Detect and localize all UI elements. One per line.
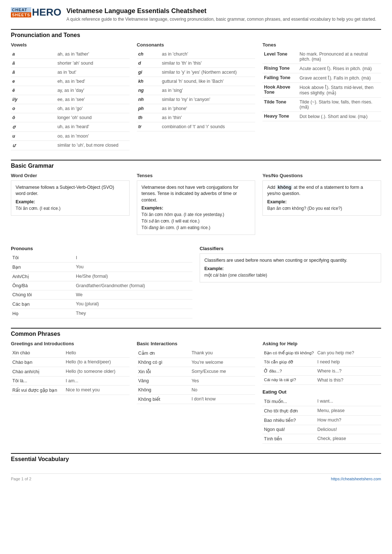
- tone-desc: Acute accent (́). Rises in pitch. (má): [298, 64, 381, 73]
- table-row: Chúng tôiWe: [11, 290, 192, 300]
- interaction-eng: I don't know: [190, 395, 256, 404]
- table-row: ngas in 'sing': [137, 86, 256, 95]
- tone-name: Falling Tone: [262, 73, 298, 82]
- tenses-col: Tenses Vietnamese does not have verb con…: [137, 173, 256, 238]
- classifier-italic2: classifier: [238, 273, 255, 278]
- table-row: ơuh, as in 'heard': [11, 122, 130, 131]
- grammar-bottom-row: Pronouns TôiIBạnYouAnh/ChịHe/She (formal…: [11, 241, 381, 322]
- page-title: Vietnamese Language Essentials Cheatshee…: [66, 7, 376, 15]
- table-row: khguttural 'h' sound, like in 'Bach': [137, 77, 256, 86]
- pronoun-eng: We: [74, 290, 192, 300]
- table-row: ưsimilar to 'uh', but more closed: [11, 140, 130, 150]
- tone-desc: Hook above (̉). Starts mid-level, then r…: [298, 82, 381, 97]
- asking-help-title: Asking for Help: [262, 341, 381, 346]
- vowel-desc: oh, as in 'go': [56, 104, 130, 113]
- pronoun-viet: Tôi: [11, 253, 74, 262]
- table-row: nhsimilar to 'ny' in 'canyon': [137, 95, 256, 104]
- vowel-desc: eh, as in 'bed': [56, 77, 130, 86]
- interaction-viet: Vâng: [137, 376, 190, 386]
- table-row: Chào bạnHello (to a friend/peer): [11, 358, 130, 367]
- tone-name: Level Tone: [262, 50, 298, 64]
- pronoun-viet: Anh/Chị: [11, 272, 74, 281]
- consonants-col: Consonants chas in 'church'dsimilar to '…: [137, 42, 256, 154]
- interaction-eng: Yes: [190, 376, 256, 386]
- eating-eng: Check, please: [316, 434, 381, 444]
- page-footer: Page 1 of 2 https://cheatsheetshero.com: [11, 473, 381, 481]
- table-row: âas in 'but': [11, 68, 130, 77]
- table-row: Bao nhiêu tiền?How much?: [262, 416, 381, 425]
- eating-viet: Bao nhiêu tiền?: [262, 416, 316, 425]
- table-row: Tôi cần giúp đỡI need help: [262, 358, 381, 367]
- yes-no-col: Yes/No Questions Add không at the end of…: [262, 173, 381, 238]
- table-row: Ở đâu...?Where is...?: [262, 367, 381, 376]
- classifiers-example-label: Example:: [204, 266, 376, 271]
- greeting-eng: Hello (to someone older): [64, 367, 130, 376]
- vowel-symbol: ê: [11, 86, 56, 95]
- eating-out-title: Eating Out: [262, 389, 381, 395]
- table-row: Không biếtI don't know: [137, 395, 256, 404]
- tenses-title: Tenses: [137, 173, 256, 178]
- basic-interactions-table: Cảm ơnThank youKhông có gìYou're welcome…: [137, 349, 256, 404]
- pronoun-viet: Ông/Bà: [11, 281, 74, 290]
- help-viet: Ở đâu...?: [262, 367, 316, 376]
- interaction-viet: Cảm ơn: [137, 349, 190, 358]
- word-order-example: Tôi ăn cơm. (I eat rice.): [16, 205, 125, 212]
- page-header: CHEAT SHEETS HERO Vietnamese Language Es…: [11, 7, 381, 23]
- tone-name: Tilde Tone: [262, 97, 298, 111]
- classifiers-col: Classifiers Classifiers are used before …: [200, 241, 381, 322]
- vowel-desc: as in 'but': [56, 68, 130, 77]
- pronoun-viet: Họ: [11, 309, 74, 318]
- vowel-desc: ay, as in 'day': [56, 86, 130, 95]
- classifiers-box: Classifiers are used before nouns when c…: [200, 253, 381, 282]
- table-row: Tôi là...I am...: [11, 376, 130, 386]
- vowel-desc: similar to 'uh', but more closed: [56, 140, 130, 150]
- tenses-examples: Tôi ăn cơm hôm qua. (I ate rice yesterda…: [142, 211, 251, 231]
- eating-viet: Tính tiền: [262, 434, 316, 444]
- tone-name: Rising Tone: [262, 64, 298, 73]
- consonant-desc: similar to 'th' in 'this': [160, 58, 255, 68]
- yes-no-title: Yes/No Questions: [262, 173, 381, 178]
- phrases-section-title: Common Phrases: [11, 328, 381, 337]
- tones-table: Level ToneNo mark. Pronounced at a neutr…: [262, 50, 381, 121]
- pronoun-viet: Bạn: [11, 262, 74, 272]
- table-row: Chào anh/chịHello (to someone older): [11, 367, 130, 376]
- page-subtitle: A quick reference guide to the Vietnames…: [66, 16, 376, 23]
- vowel-desc: ee, as in 'see': [56, 95, 130, 104]
- vowel-desc: longer 'oh' sound: [56, 113, 130, 122]
- table-row: aah, as in 'father': [11, 50, 130, 59]
- table-row: Heavy ToneDot below (.). Short and low. …: [262, 111, 381, 121]
- greeting-viet: Tôi là...: [11, 376, 64, 386]
- table-row: i/yee, as in 'see': [11, 95, 130, 104]
- help-viet: Cái này là cái gì?: [262, 376, 316, 385]
- tone-name: Heavy Tone: [262, 111, 298, 121]
- table-row: Ngon quá!Delicious!: [262, 425, 381, 434]
- yes-no-example-label: Example:: [267, 199, 376, 204]
- table-row: Ông/BàGrandfather/Grandmother (formal): [11, 281, 192, 290]
- eating-viet: Cho tôi thực đơn: [262, 406, 316, 416]
- pronoun-viet: Các bạn: [11, 300, 74, 309]
- footer-url[interactable]: https://cheatsheetshero.com: [331, 477, 381, 481]
- vowel-symbol: o: [11, 104, 56, 113]
- tone-desc: Grave accent (̀). Falls in pitch. (mà): [298, 73, 381, 82]
- highlight-khong: không: [277, 185, 293, 190]
- vowels-table: aah, as in 'father'ăshorter 'ah' soundâa…: [11, 50, 130, 150]
- classifier-italic: cái: [213, 273, 219, 278]
- help-viet: Tôi cần giúp đỡ: [262, 358, 316, 367]
- consonant-desc: as in 'sing': [160, 86, 255, 95]
- logo-cheat: CHEAT: [11, 7, 31, 12]
- table-row: trcombination of 't' and 'r' sounds: [137, 122, 256, 131]
- tones-col: Tones Level ToneNo mark. Pronounced at a…: [262, 42, 381, 154]
- vowel-desc: shorter 'ah' sound: [56, 58, 130, 68]
- pronoun-eng: I: [74, 253, 192, 262]
- vowel-desc: uh, as in 'heard': [56, 122, 130, 131]
- table-row: Tôi muốn...I want...: [262, 397, 381, 406]
- table-row: chas in 'church': [137, 50, 256, 59]
- consonants-title: Consonants: [137, 42, 256, 48]
- table-row: eeh, as in 'bed': [11, 77, 130, 86]
- help-eng: Can you help me?: [316, 349, 381, 358]
- logo-sheets: SHEETS: [11, 12, 31, 17]
- table-row: Các bạnYou (plural): [11, 300, 192, 309]
- pronoun-eng: They: [74, 309, 192, 318]
- table-row: Không có gìYou're welcome: [137, 358, 256, 367]
- eating-out-table: Tôi muốn...I want...Cho tôi thực đơnMenu…: [262, 397, 381, 444]
